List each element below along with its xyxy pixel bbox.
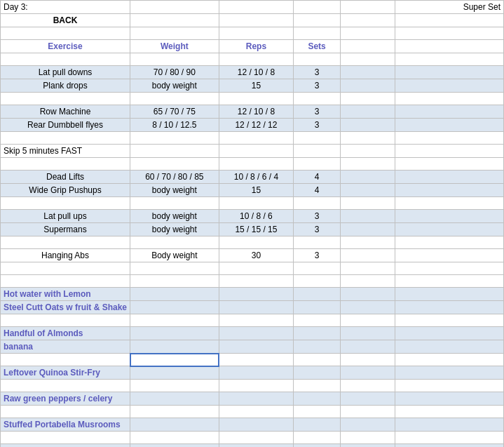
section-header-row: BACK <box>1 14 504 27</box>
meal-label: Hot water with Lemon <box>1 288 130 301</box>
meal-row: Stuffed Portabella Musrooms <box>1 418 504 432</box>
table-row: Row Machine 65 / 70 / 75 12 / 10 / 8 3 <box>1 105 504 119</box>
exercise-cell: Dead Lifts <box>1 171 130 184</box>
meal-label: Stuffed Portabella Musrooms <box>1 418 130 432</box>
empty <box>341 1 395 14</box>
spacer-row <box>1 406 504 418</box>
spacer-row <box>1 197 504 210</box>
exercise-header: Exercise <box>1 40 130 53</box>
meal-row: Handful of Almonds <box>1 327 504 340</box>
spacer-row <box>1 380 504 392</box>
spacer-row <box>1 93 504 105</box>
sets-header: Sets <box>294 40 341 53</box>
table-row: Supermans body weight 15 / 15 / 15 3 <box>1 223 504 236</box>
meal-row: Raw green peppers / celery <box>1 392 504 406</box>
meal-label: Handful of Almonds <box>1 327 130 340</box>
selected-row[interactable] <box>1 354 504 366</box>
exercise-cell: Rear Dumbbell flyes <box>1 119 130 132</box>
table-row: Skip 5 minutes FAST <box>1 145 504 158</box>
meal-label: banana <box>1 340 130 354</box>
column-headers-row: Exercise Weight Reps Sets <box>1 40 504 53</box>
table-row: Wide Grip Pushups body weight 15 4 <box>1 184 504 197</box>
table-row: Lat pull downs 70 / 80 / 90 12 / 10 / 8 … <box>1 66 504 79</box>
spacer-row <box>1 158 504 171</box>
exercise-cell: Hanging Abs <box>1 249 130 262</box>
empty <box>130 1 219 14</box>
table-row: Plank drops body weight 15 3 <box>1 79 504 93</box>
meal-row: Hot water with Lemon <box>1 444 504 448</box>
table-row: Rear Dumbbell flyes 8 / 10 / 12.5 12 / 1… <box>1 119 504 132</box>
meal-label: Raw green peppers / celery <box>1 392 130 406</box>
skip-label: Skip 5 minutes FAST <box>1 145 130 158</box>
exercise-cell: Supermans <box>1 223 130 236</box>
meal-label: Leftover Quinoa Stir-Fry <box>1 366 130 380</box>
spacer-row <box>1 432 504 444</box>
meal-row: Steel Cutt Oats w fruit & Shake <box>1 301 504 314</box>
meal-row: Leftover Quinoa Stir-Fry <box>1 366 504 380</box>
spacer-row <box>1 27 504 40</box>
meal-row: banana <box>1 340 504 354</box>
exercise-cell: Wide Grip Pushups <box>1 184 130 197</box>
spacer-row <box>1 262 504 275</box>
spacer-row <box>1 53 504 66</box>
exercise-cell: Lat pull downs <box>1 66 130 79</box>
section-label: BACK <box>1 14 130 27</box>
spacer-row <box>1 132 504 145</box>
day-header-row: Day 3: Super Set <box>1 1 504 14</box>
empty <box>294 1 341 14</box>
main-table: Day 3: Super Set BACK Exercise Weight Re… <box>0 0 504 447</box>
super-set-label: Super Set <box>395 1 504 14</box>
table-row: Lat pull ups body weight 10 / 8 / 6 3 <box>1 210 504 223</box>
day-label: Day 3: <box>1 1 130 14</box>
exercise-cell: Plank drops <box>1 79 130 93</box>
spacer-row <box>1 236 504 249</box>
meal-label: Steel Cutt Oats w fruit & Shake <box>1 301 130 314</box>
table-row: Hanging Abs Body weight 30 3 <box>1 249 504 262</box>
table-row: Dead Lifts 60 / 70 / 80 / 85 10 / 8 / 6 … <box>1 171 504 184</box>
meal-row: Hot water with Lemon <box>1 288 504 301</box>
empty <box>219 1 294 14</box>
weight-header: Weight <box>130 40 219 53</box>
reps-header: Reps <box>219 40 294 53</box>
spacer-row <box>1 275 504 288</box>
meal-label: Hot water with Lemon <box>1 444 130 448</box>
exercise-cell: Row Machine <box>1 105 130 119</box>
spacer-row <box>1 314 504 327</box>
exercise-cell: Lat pull ups <box>1 210 130 223</box>
